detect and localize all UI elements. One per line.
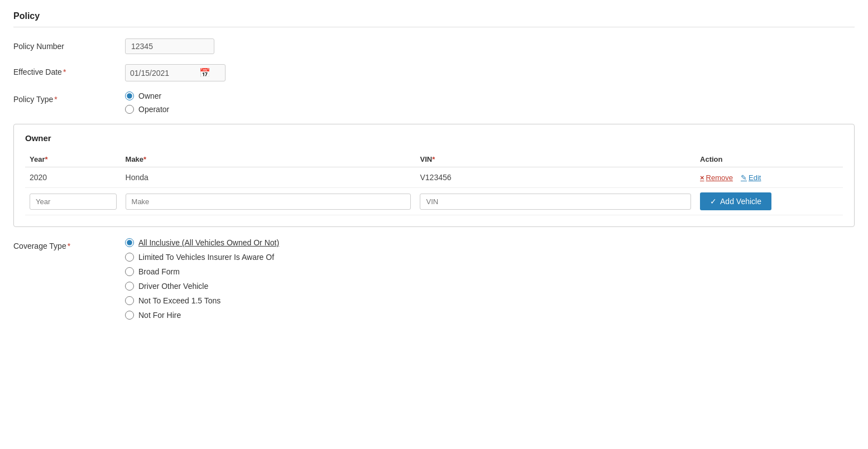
col-make-header: Make*	[121, 152, 416, 167]
vin-input[interactable]	[420, 194, 691, 210]
vehicle-action-0: × Remove ✎ Edit	[696, 167, 843, 188]
coverage-driver-other-label: Driver Other Vehicle	[138, 282, 208, 291]
check-icon: ✓	[710, 197, 717, 206]
vehicle-vin-0: V123456	[415, 167, 696, 188]
add-vehicle-button[interactable]: ✓ Add Vehicle	[700, 192, 771, 210]
coverage-limited-radio[interactable]	[125, 253, 134, 262]
coverage-limited-label: Limited To Vehicles Insurer Is Aware Of	[138, 253, 274, 262]
remove-label-0: Remove	[706, 173, 733, 182]
calendar-icon[interactable]: 📅	[199, 67, 210, 78]
coverage-driver-other-radio[interactable]	[125, 282, 134, 291]
add-vehicle-label: Add Vehicle	[720, 197, 761, 206]
vin-input-cell	[415, 188, 696, 215]
coverage-not-exceed-option[interactable]: Not To Exceed 1.5 Tons	[125, 296, 279, 305]
policy-type-owner-label: Owner	[138, 91, 161, 100]
owner-section-title: Owner	[25, 133, 843, 143]
page-title: Policy	[13, 11, 855, 27]
edit-icon: ✎	[741, 173, 747, 182]
coverage-broad-form-radio[interactable]	[125, 267, 134, 276]
coverage-type-options: All Inclusive (All Vehicles Owned Or Not…	[125, 238, 279, 320]
policy-number-label: Policy Number	[13, 38, 125, 51]
remove-button-0[interactable]: × Remove	[700, 173, 733, 182]
year-input-cell	[25, 188, 121, 215]
owner-section-box: Owner Year* Make* VIN* Action 2020	[13, 124, 855, 227]
policy-type-options: Owner Operator	[125, 91, 169, 114]
effective-date-label: Effective Date*	[13, 64, 125, 76]
coverage-type-label: Coverage Type*	[13, 238, 125, 250]
action-links-0: × Remove ✎ Edit	[700, 173, 838, 182]
coverage-all-inclusive-label: All Inclusive (All Vehicles Owned Or Not…	[138, 238, 279, 247]
policy-type-operator-option[interactable]: Operator	[125, 105, 169, 114]
edit-label-0: Edit	[749, 173, 761, 182]
vehicle-year-0: 2020	[25, 167, 121, 188]
coverage-driver-other-option[interactable]: Driver Other Vehicle	[125, 282, 279, 291]
vehicle-table: Year* Make* VIN* Action 2020 Honda V1234…	[25, 152, 843, 215]
col-action-header: Action	[696, 152, 843, 167]
vehicle-table-header-row: Year* Make* VIN* Action	[25, 152, 843, 167]
coverage-type-row: Coverage Type* All Inclusive (All Vehicl…	[13, 238, 855, 320]
remove-x-icon: ×	[700, 173, 704, 182]
year-input[interactable]	[30, 194, 117, 210]
coverage-not-exceed-radio[interactable]	[125, 296, 134, 305]
make-input-cell	[121, 188, 416, 215]
coverage-broad-form-label: Broad Form	[138, 267, 180, 276]
col-year-header: Year*	[25, 152, 121, 167]
policy-number-row: Policy Number	[13, 38, 855, 54]
effective-date-required: *	[63, 67, 66, 76]
policy-type-required: *	[54, 95, 57, 104]
coverage-not-for-hire-radio[interactable]	[125, 311, 134, 320]
policy-number-input[interactable]	[125, 38, 214, 54]
make-input[interactable]	[126, 194, 411, 210]
coverage-not-for-hire-option[interactable]: Not For Hire	[125, 311, 279, 320]
vehicle-row-0: 2020 Honda V123456 × Remove ✎ Edit	[25, 167, 843, 188]
policy-type-owner-radio[interactable]	[125, 91, 134, 100]
edit-button-0[interactable]: ✎ Edit	[741, 173, 761, 182]
effective-date-row: Effective Date* 📅	[13, 64, 855, 81]
coverage-not-exceed-label: Not To Exceed 1.5 Tons	[138, 296, 220, 305]
add-vehicle-cell: ✓ Add Vehicle	[696, 188, 843, 215]
policy-type-operator-label: Operator	[138, 105, 169, 114]
policy-type-owner-option[interactable]: Owner	[125, 91, 169, 100]
policy-type-operator-radio[interactable]	[125, 105, 134, 114]
coverage-not-for-hire-label: Not For Hire	[138, 311, 181, 320]
vehicle-input-row: ✓ Add Vehicle	[25, 188, 843, 215]
effective-date-wrapper: 📅	[125, 64, 226, 81]
coverage-type-required: *	[68, 242, 70, 250]
policy-type-row: Policy Type* Owner Operator	[13, 91, 855, 114]
coverage-limited-option[interactable]: Limited To Vehicles Insurer Is Aware Of	[125, 253, 279, 262]
effective-date-input[interactable]	[130, 69, 197, 78]
policy-type-label: Policy Type*	[13, 91, 125, 104]
coverage-broad-form-option[interactable]: Broad Form	[125, 267, 279, 276]
col-vin-header: VIN*	[415, 152, 696, 167]
vehicle-make-0: Honda	[121, 167, 416, 188]
coverage-all-inclusive-radio[interactable]	[125, 238, 134, 247]
coverage-all-inclusive-option[interactable]: All Inclusive (All Vehicles Owned Or Not…	[125, 238, 279, 247]
